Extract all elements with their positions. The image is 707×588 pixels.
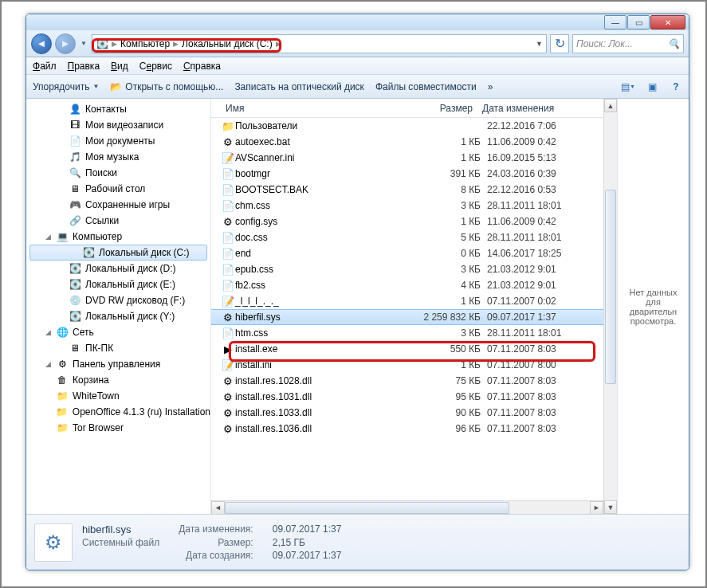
tree-item-icon: ⚙ bbox=[56, 359, 69, 370]
tree-item-icon: 🗑 bbox=[56, 374, 69, 386]
search-input[interactable]: Поиск: Лок... 🔍 bbox=[572, 34, 684, 53]
view-options-button[interactable]: ▤▼ bbox=[622, 80, 634, 93]
file-row[interactable]: ⚙autoexec.bat1 КБ11.06.2009 0:42 bbox=[211, 134, 603, 150]
file-row[interactable]: 📄end0 КБ14.06.2017 18:25 bbox=[211, 245, 603, 261]
forward-button[interactable]: ► bbox=[55, 33, 76, 54]
sidebar-item-13[interactable]: 💽Локальный диск (Y:) bbox=[26, 308, 210, 324]
open-with-button[interactable]: 📂Открыть с помощью... bbox=[110, 81, 223, 92]
address-field[interactable]: 💽 ▶ Компьютер ▶ Локальный диск (C:) ▶ ▼ bbox=[92, 34, 547, 53]
compat-files-button[interactable]: Файлы совместимости bbox=[375, 81, 477, 92]
sidebar-item-12[interactable]: 💿DVD RW дисковод (F:) bbox=[26, 292, 210, 308]
minimize-button[interactable]: — bbox=[604, 15, 626, 29]
column-header-size[interactable]: Размер bbox=[401, 103, 477, 114]
scroll-right-arrow[interactable]: ► bbox=[590, 501, 603, 515]
tree-item-label: Сохраненные игры bbox=[85, 199, 170, 210]
column-header-date[interactable]: Дата изменения bbox=[477, 103, 581, 114]
file-row[interactable]: ▶install.exe550 КБ07.11.2007 8:03 bbox=[211, 341, 603, 357]
refresh-button[interactable]: ↻ bbox=[550, 34, 569, 53]
menu-tools[interactable]: Сервис bbox=[139, 61, 172, 72]
file-row[interactable]: 📝install.ini1 КБ07.11.2007 8:00 bbox=[211, 357, 603, 373]
scroll-thumb-v[interactable] bbox=[605, 190, 616, 384]
file-row[interactable]: 📄chm.css3 КБ28.11.2011 18:01 bbox=[211, 198, 603, 214]
file-row[interactable]: ⚙install.res.1028.dll75 КБ07.11.2007 8:0… bbox=[211, 373, 603, 389]
file-size: 4 КБ bbox=[410, 280, 487, 291]
scroll-left-arrow[interactable]: ◄ bbox=[211, 501, 225, 515]
file-row[interactable]: 📝_l_l_l_._._1 КБ07.11.2007 0:02 bbox=[211, 293, 603, 309]
nav-history-dropdown[interactable]: ▼ bbox=[79, 40, 88, 47]
file-row[interactable]: 📄fb2.css4 КБ21.03.2012 9:01 bbox=[211, 277, 603, 293]
sidebar-item-11[interactable]: 💽Локальный диск (E:) bbox=[26, 276, 210, 292]
file-date: 07.11.2007 8:03 bbox=[487, 343, 591, 355]
tree-item-label: DVD RW дисковод (F:) bbox=[85, 295, 185, 306]
scroll-thumb-h[interactable] bbox=[225, 502, 509, 514]
organize-button[interactable]: Упорядочить▼ bbox=[33, 81, 99, 92]
file-row[interactable]: 📄BOOTSECT.BAK8 КБ22.12.2016 0:53 bbox=[211, 182, 603, 198]
menu-file[interactable]: Файл bbox=[33, 61, 57, 72]
file-row[interactable]: ⚙install.res.1031.dll95 КБ07.11.2007 8:0… bbox=[211, 389, 603, 405]
vertical-scrollbar[interactable]: ▲ ▼ bbox=[603, 99, 617, 514]
address-dropdown-icon[interactable]: ▼ bbox=[536, 40, 543, 48]
sidebar-item-19[interactable]: 📁OpenOffice 4.1.3 (ru) Installation bbox=[26, 404, 210, 420]
expand-icon[interactable]: ◢ bbox=[44, 233, 52, 241]
menu-view[interactable]: Вид bbox=[111, 61, 128, 72]
tree-item-icon: 📁 bbox=[56, 390, 69, 402]
breadcrumb-computer[interactable]: Компьютер bbox=[120, 38, 170, 49]
tree-item-icon: 🔍 bbox=[69, 167, 81, 178]
sidebar-item-5[interactable]: 🖥Рабочий стол bbox=[26, 181, 210, 197]
sidebar-item-15[interactable]: 🖥ПК-ПК bbox=[26, 340, 210, 356]
tree-item-icon: 🖥 bbox=[69, 183, 81, 194]
expand-icon[interactable]: ◢ bbox=[44, 360, 52, 368]
file-size: 3 КБ bbox=[410, 327, 487, 339]
sidebar-item-4[interactable]: 🔍Поиски bbox=[26, 165, 210, 181]
burn-button[interactable]: Записать на оптический диск bbox=[234, 81, 364, 92]
back-button[interactable]: ◄ bbox=[31, 33, 52, 54]
file-row[interactable]: ⚙hiberfil.sys2 259 832 КБ09.07.2017 1:37 bbox=[211, 309, 603, 325]
file-row[interactable]: 📄htm.css3 КБ28.11.2011 18:01 bbox=[211, 325, 603, 341]
preview-pane-toggle[interactable]: ▣ bbox=[646, 80, 658, 93]
sidebar-item-1[interactable]: 🎞Мои видеозаписи bbox=[26, 117, 210, 133]
file-row[interactable]: 📄doc.css5 КБ28.11.2011 18:01 bbox=[211, 229, 603, 245]
expand-icon[interactable]: ◢ bbox=[44, 328, 52, 336]
file-icon: ⚙ bbox=[221, 375, 235, 387]
sidebar-item-3[interactable]: 🎵Моя музыка bbox=[26, 149, 210, 165]
horizontal-scrollbar[interactable]: ◄ ► bbox=[211, 500, 603, 514]
menu-edit[interactable]: Правка bbox=[68, 61, 100, 72]
menu-help[interactable]: Справка bbox=[183, 61, 221, 72]
file-row[interactable]: ⚙install.res.1033.dll90 КБ07.11.2007 8:0… bbox=[211, 405, 603, 421]
maximize-button[interactable]: ▭ bbox=[627, 15, 650, 29]
toolbar-overflow[interactable]: » bbox=[488, 81, 493, 92]
sidebar-item-17[interactable]: 🗑Корзина bbox=[26, 372, 210, 388]
details-created-value: 09.07.2017 1:37 bbox=[273, 550, 342, 561]
file-row[interactable]: 📄epub.css3 КБ21.03.2012 9:01 bbox=[211, 261, 603, 277]
sidebar-item-2[interactable]: 📄Мои документы bbox=[26, 133, 210, 149]
sidebar-item-10[interactable]: 💽Локальный диск (D:) bbox=[26, 261, 210, 276]
file-size: 3 КБ bbox=[410, 200, 487, 211]
file-row[interactable]: 📄bootmgr391 КБ24.03.2016 0:39 bbox=[211, 166, 603, 182]
open-icon: 📂 bbox=[110, 81, 122, 92]
file-size: 3 КБ bbox=[410, 264, 487, 275]
file-icon: 📝 bbox=[221, 359, 235, 371]
sidebar-item-16[interactable]: ◢⚙Панель управления bbox=[26, 356, 210, 372]
scroll-up-arrow[interactable]: ▲ bbox=[604, 99, 617, 112]
column-header-name[interactable]: Имя bbox=[221, 103, 401, 114]
sidebar-item-8[interactable]: ◢💻Компьютер bbox=[26, 229, 210, 245]
file-icon: ⚙ bbox=[221, 407, 235, 419]
details-pane: ⚙ hiberfil.sys Дата изменения: 09.07.201… bbox=[26, 514, 689, 570]
file-name: install.res.1028.dll bbox=[235, 375, 410, 386]
sidebar-item-7[interactable]: 🔗Ссылки bbox=[26, 213, 210, 229]
sidebar-item-20[interactable]: 📁Tor Browser bbox=[26, 420, 210, 436]
sidebar-item-0[interactable]: 👤Контакты bbox=[26, 101, 210, 117]
file-row[interactable]: ⚙config.sys1 КБ11.06.2009 0:42 bbox=[211, 214, 603, 229]
close-button[interactable]: ✕ bbox=[650, 15, 685, 29]
tree-item-label: Локальный диск (D:) bbox=[85, 263, 176, 274]
sidebar-item-6[interactable]: 🎮Сохраненные игры bbox=[26, 197, 210, 213]
breadcrumb-drive[interactable]: Локальный диск (C:) bbox=[182, 38, 273, 49]
sidebar-item-18[interactable]: 📁WhiteTown bbox=[26, 388, 210, 404]
file-row[interactable]: 📁Пользователи22.12.2016 7:06 bbox=[211, 118, 603, 134]
sidebar-item-14[interactable]: ◢🌐Сеть bbox=[26, 324, 210, 340]
file-row[interactable]: ⚙install.res.1036.dll96 КБ07.11.2007 8:0… bbox=[211, 421, 603, 437]
help-button[interactable]: ? bbox=[670, 80, 682, 93]
file-row[interactable]: 📝AVScanner.ini1 КБ16.09.2015 5:13 bbox=[211, 150, 603, 166]
scroll-down-arrow[interactable]: ▼ bbox=[604, 500, 617, 514]
sidebar-item-9[interactable]: 💽Локальный диск (C:) bbox=[29, 245, 207, 261]
